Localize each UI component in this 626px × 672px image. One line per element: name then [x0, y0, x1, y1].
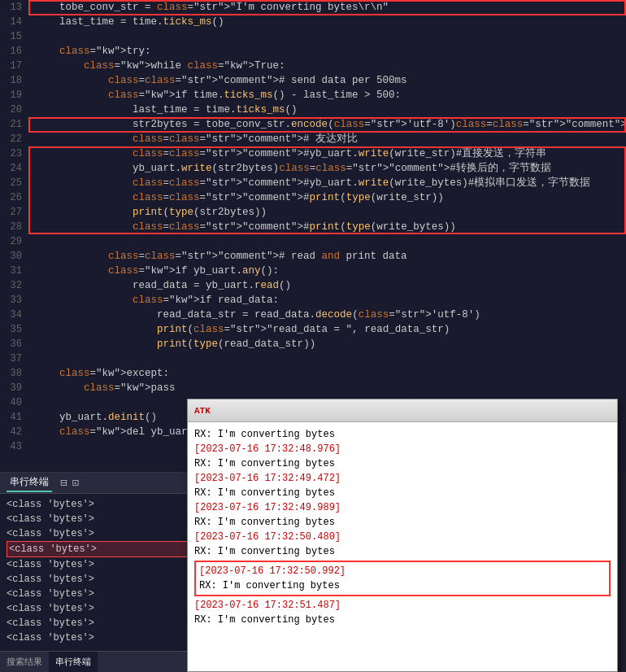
line-content: class="kw">while class="kw">True:: [28, 59, 626, 73]
code-line-17: 17 class="kw">while class="kw">True:: [0, 59, 626, 73]
code-line-35: 35 print(class="str">"read_data = ", rea…: [0, 322, 626, 337]
serial-timestamp: [2023-07-16 17:32:48.976]: [194, 442, 611, 456]
line-number: 27: [0, 205, 28, 220]
serial-timestamp: [2023-07-16 17:32:49.472]: [194, 471, 611, 486]
line-number: 15: [0, 29, 28, 44]
line-content: yb_uart.write(str2bytes)class=class="str…: [28, 161, 626, 176]
serial-rx-line: RX: I'm converting bytes: [194, 427, 611, 442]
code-line-30: 30 class=class="str">"comment"># read an…: [0, 249, 626, 264]
line-content: print(type(read_data_str)): [28, 337, 626, 351]
line-content: class=class="str">"comment">#yb_uart.wri…: [28, 146, 626, 161]
code-line-27: 27 print(type(str2bytes)): [0, 205, 626, 220]
line-content: class=class="str">"comment"># 友达对比: [28, 132, 626, 146]
atk-logo: ATK: [194, 406, 211, 416]
code-line-14: 14 last_time = time.ticks_ms(): [0, 15, 626, 29]
terminal-icon-2[interactable]: ⊡: [72, 476, 78, 490]
line-content: [28, 351, 626, 366]
tab-serial[interactable]: 串行终端: [7, 473, 52, 492]
terminal-line: <class 'bytes'>: [7, 526, 189, 541]
serial-tool-content: RX: I'm converting bytes[2023-07-16 17:3…: [188, 422, 617, 671]
line-number: 19: [0, 88, 28, 103]
code-line-26: 26 class=class="str">"comment">#print(ty…: [0, 190, 626, 205]
terminal-line: <class 'bytes'>: [7, 557, 189, 572]
line-content: class=class="str">"comment"># send data …: [28, 73, 626, 88]
terminal-area: 串行终端 ⊟ ⊡ <class 'bytes'><class 'bytes'><…: [0, 472, 195, 672]
terminal-icons: ⊟ ⊡: [60, 476, 79, 490]
line-number: 13: [0, 0, 28, 15]
bottom-tab-search[interactable]: 搜索结果: [0, 656, 49, 668]
serial-tool-header: ATK: [188, 399, 617, 422]
line-content: class="kw">if read_data:: [28, 293, 626, 308]
line-content: print(class="str">"read_data = ", read_d…: [28, 322, 626, 337]
line-number: 24: [0, 161, 28, 176]
line-number: 28: [0, 220, 28, 234]
serial-rx-line: RX: I'm converting bytes: [194, 613, 611, 627]
code-line-36: 36 print(type(read_data_str)): [0, 337, 626, 351]
terminal-icon-1[interactable]: ⊟: [60, 476, 67, 490]
line-content: class=class="str">"comment">#print(type(…: [28, 220, 626, 234]
code-line-37: 37: [0, 351, 626, 366]
line-number: 43: [0, 439, 28, 454]
code-line-15: 15: [0, 29, 626, 44]
terminal-line: <class 'bytes'>: [7, 616, 189, 631]
line-number: 31: [0, 264, 28, 278]
terminal-header: 串行终端 ⊟ ⊡: [0, 473, 195, 494]
serial-rx-line: RX: I'm converting bytes: [194, 456, 611, 471]
line-content: [28, 234, 626, 249]
line-content: class="kw">except:: [28, 366, 626, 381]
line-number: 26: [0, 190, 28, 205]
line-number: 35: [0, 322, 28, 337]
code-line-31: 31 class="kw">if yb_uart.any():: [0, 264, 626, 278]
line-number: 41: [0, 410, 28, 425]
line-content: class="kw">if time.ticks_ms() - last_tim…: [28, 88, 626, 103]
line-content: class="kw">try:: [28, 44, 626, 59]
code-line-18: 18 class=class="str">"comment"># send da…: [0, 73, 626, 88]
line-number: 20: [0, 103, 28, 117]
line-number: 16: [0, 44, 28, 59]
serial-rx-line: RX: I'm converting bytes: [194, 515, 611, 530]
bottom-tab-terminal[interactable]: 串行终端: [49, 652, 98, 672]
line-content: class="kw">pass: [28, 381, 626, 395]
code-line-28: 28 class=class="str">"comment">#print(ty…: [0, 220, 626, 234]
line-content: class=class="str">"comment">#print(type(…: [28, 190, 626, 205]
code-lines: 13 tobe_conv_str = class="str">"I'm conv…: [0, 0, 626, 454]
terminal-tabs[interactable]: 串行终端: [7, 473, 52, 492]
line-number: 30: [0, 249, 28, 264]
line-number: 39: [0, 381, 28, 395]
terminal-line: <class 'bytes'>: [7, 572, 189, 587]
bottom-bar: 搜索结果 串行终端: [0, 651, 187, 672]
code-line-29: 29: [0, 234, 626, 249]
terminal-line: <class 'bytes'>: [7, 512, 189, 526]
terminal-line: <class 'bytes'>: [7, 497, 189, 512]
line-number: 17: [0, 59, 28, 73]
line-content: read_data = yb_uart.read(): [28, 278, 626, 293]
code-line-19: 19 class="kw">if time.ticks_ms() - last_…: [0, 88, 626, 103]
line-content: class=class="str">"comment"># read and p…: [28, 249, 626, 264]
line-content: last_time = time.ticks_ms(): [28, 103, 626, 117]
code-line-13: 13 tobe_conv_str = class="str">"I'm conv…: [0, 0, 626, 15]
serial-timestamp: [2023-07-16 17:32:49.989]: [194, 500, 611, 515]
serial-timestamp: [2023-07-16 17:32:50.992]: [199, 564, 606, 578]
line-content: read_data_str = read_data.decode(class="…: [28, 308, 626, 322]
serial-rx-line: RX: I'm converting bytes: [194, 486, 611, 500]
terminal-line: <class 'bytes'>: [7, 601, 189, 616]
line-content: class="kw">if yb_uart.any():: [28, 264, 626, 278]
code-line-21: 21 str2bytes = tobe_conv_str.encode(clas…: [0, 117, 626, 132]
serial-timestamp: [2023-07-16 17:32:50.480]: [194, 530, 611, 544]
line-number: 14: [0, 15, 28, 29]
code-line-38: 38 class="kw">except:: [0, 366, 626, 381]
code-line-32: 32 read_data = yb_uart.read(): [0, 278, 626, 293]
line-content: last_time = time.ticks_ms(): [28, 15, 626, 29]
serial-tool-window: ATK RX: I'm converting bytes[2023-07-16 …: [187, 399, 618, 672]
serial-rx-line: RX: I'm converting bytes: [194, 544, 611, 559]
line-number: 23: [0, 146, 28, 161]
line-content: print(type(str2bytes)): [28, 205, 626, 220]
line-number: 38: [0, 366, 28, 381]
serial-highlight-block: [2023-07-16 17:32:50.992]RX: I'm convert…: [194, 561, 611, 596]
line-content: str2bytes = tobe_conv_str.encode(class="…: [28, 117, 626, 132]
terminal-line: <class 'bytes'>: [7, 541, 189, 557]
line-number: 33: [0, 293, 28, 308]
serial-timestamp: [2023-07-16 17:32:51.487]: [194, 598, 611, 613]
line-number: 21: [0, 117, 28, 132]
line-content: tobe_conv_str = class="str">"I'm convert…: [28, 0, 626, 15]
